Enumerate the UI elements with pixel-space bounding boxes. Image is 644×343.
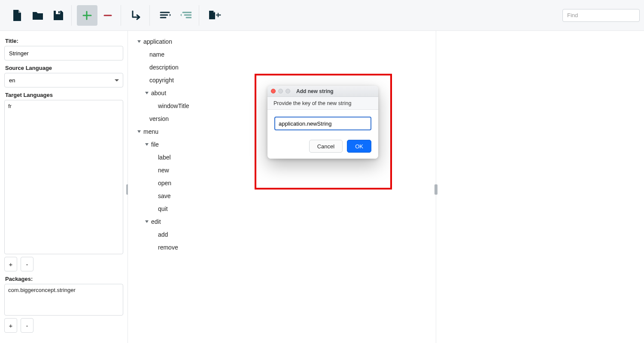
toolbar-group-edit	[74, 5, 121, 26]
target-languages-label: Target Languages	[5, 92, 123, 98]
remove-string-button[interactable]	[97, 5, 118, 26]
tree-node[interactable]: application	[131, 35, 433, 48]
find-input[interactable]	[562, 9, 640, 22]
tree-node[interactable]: description	[131, 61, 433, 74]
arrow-return-icon	[131, 10, 142, 21]
packages-label: Packages:	[5, 276, 123, 282]
chevron-down-icon[interactable]	[137, 130, 141, 133]
window-controls	[271, 89, 290, 93]
save-button[interactable]	[48, 5, 69, 26]
new-string-key-input[interactable]	[274, 117, 371, 130]
chevron-down-icon[interactable]	[137, 40, 141, 43]
remove-target-language-button[interactable]: -	[21, 257, 33, 271]
tree-node[interactable]: add	[131, 228, 433, 241]
format-outdent-button[interactable]	[176, 5, 196, 26]
target-languages-list[interactable]: fr	[4, 100, 123, 254]
minimize-icon[interactable]	[278, 89, 283, 93]
indent-left-icon	[160, 11, 171, 20]
tree-node[interactable]: name	[131, 48, 433, 61]
toolbar-group-file	[4, 5, 72, 26]
open-folder-button[interactable]	[27, 5, 48, 26]
cancel-button[interactable]: Cancel	[309, 140, 343, 153]
title-input[interactable]	[4, 46, 123, 60]
packages-list[interactable]: com.biggerconcept.stringer	[4, 284, 123, 316]
tree-node[interactable]: edit	[131, 215, 433, 228]
toolbar-group-format	[152, 5, 199, 26]
format-indent-button[interactable]	[155, 5, 176, 26]
add-string-button[interactable]	[77, 5, 97, 26]
toolbar-group-nav	[124, 5, 150, 26]
dialog-prompt: Provide the key of the new string	[267, 97, 378, 110]
chevron-down-icon[interactable]	[145, 220, 149, 223]
add-target-language-button[interactable]: +	[4, 257, 17, 271]
tree-node[interactable]: save	[131, 190, 433, 202]
indent-right-icon	[180, 11, 191, 20]
svg-rect-1	[58, 11, 60, 13]
add-package-button[interactable]: +	[4, 318, 17, 333]
tree-node[interactable]: quit	[131, 202, 433, 215]
folder-icon	[32, 11, 43, 20]
copy-file-icon	[208, 10, 221, 21]
splitter-handle[interactable]	[434, 184, 437, 195]
list-item[interactable]: fr	[8, 103, 119, 109]
toolbar-group-copy	[202, 5, 228, 26]
plus-icon	[82, 11, 92, 20]
toolbar	[0, 0, 644, 31]
file-icon	[12, 10, 22, 21]
remove-package-button[interactable]: -	[21, 318, 33, 333]
dialog-title: Add new string	[296, 88, 334, 94]
save-icon	[53, 10, 64, 21]
title-label: Title:	[5, 38, 123, 44]
sidebar: Title: Source Language Target Languages …	[0, 31, 128, 343]
maximize-icon[interactable]	[286, 89, 290, 93]
chevron-down-icon[interactable]	[145, 143, 149, 146]
new-file-button[interactable]	[7, 5, 27, 26]
ok-button[interactable]: OK	[347, 140, 371, 153]
minus-icon	[103, 11, 112, 20]
close-icon[interactable]	[271, 89, 276, 93]
chevron-down-icon[interactable]	[145, 92, 149, 94]
copy-button[interactable]	[204, 5, 225, 26]
source-language-label: Source Language	[5, 65, 123, 71]
source-language-select[interactable]	[4, 73, 123, 87]
add-string-dialog: Add new string Provide the key of the ne…	[267, 86, 378, 159]
go-to-button[interactable]	[126, 5, 147, 26]
tree-node[interactable]: remove	[131, 241, 433, 254]
list-item[interactable]: com.biggerconcept.stringer	[8, 287, 119, 293]
tree-panel: application name description copyright a…	[128, 31, 436, 343]
detail-panel	[436, 31, 644, 343]
dialog-titlebar[interactable]: Add new string	[267, 86, 378, 97]
